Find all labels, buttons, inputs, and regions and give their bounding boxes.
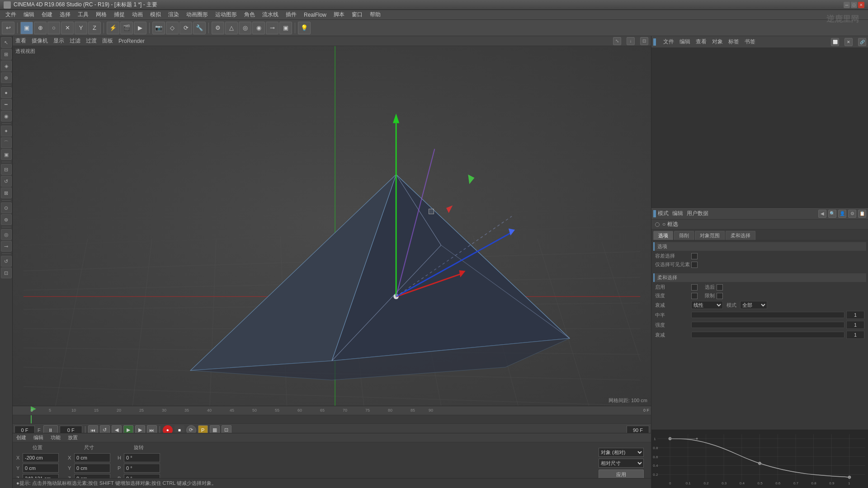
vh-camera[interactable]: 摄像机	[32, 37, 48, 45]
attr-edit-tab[interactable]: 编辑	[672, 210, 683, 217]
lt-morph[interactable]: ↺	[1, 256, 12, 267]
coord-input-x-size[interactable]	[74, 453, 110, 462]
attr-tab-options[interactable]: 选项	[653, 231, 673, 240]
menu-file[interactable]: 文件	[2, 10, 20, 19]
coord-input-x-pos[interactable]	[23, 453, 59, 462]
attr-check-strength[interactable]	[691, 293, 698, 299]
menu-realflow[interactable]: RealFlow	[300, 11, 330, 19]
menu-render[interactable]: 渲染	[165, 10, 183, 19]
scale-button[interactable]: ○	[47, 22, 60, 34]
lt-nurbs[interactable]: ⊛	[1, 214, 12, 225]
lt-edge-mode[interactable]: ━	[1, 99, 12, 110]
lt-scale[interactable]: ◈	[1, 61, 12, 71]
coord-input-p-rot[interactable]	[124, 464, 160, 473]
maximize-button[interactable]: □	[851, 2, 857, 8]
menu-plugins[interactable]: 插件	[282, 10, 300, 19]
lt-point-mode[interactable]: ●	[1, 87, 12, 98]
attr-slider-halfval[interactable]	[691, 312, 844, 318]
obj-toolbar-2[interactable]: ✕	[844, 38, 853, 46]
menu-create[interactable]: 创建	[38, 10, 56, 19]
camera-button[interactable]: 📷	[152, 22, 165, 34]
attr-select-falloff[interactable]: 线性	[691, 301, 723, 309]
coord-input-h-rot[interactable]	[124, 453, 160, 462]
menu-simulate[interactable]: 模拟	[146, 10, 165, 19]
coord-input-y-pos[interactable]	[23, 464, 59, 473]
coord-input-y-size[interactable]	[74, 464, 110, 473]
obj-toolbar-1[interactable]: ⬜	[831, 38, 839, 46]
sky-button[interactable]: ▣	[279, 22, 292, 34]
lt-material[interactable]: ◎	[1, 229, 12, 240]
attr-pin-btn[interactable]: 📋	[858, 210, 866, 218]
menu-motiongraph[interactable]: 运动图形	[212, 10, 241, 19]
close-button[interactable]: ✕	[858, 2, 864, 8]
lt-mirror[interactable]: ↺	[1, 176, 12, 187]
rotate-z-button[interactable]: Z	[88, 22, 101, 34]
attr-slider-strength[interactable]	[691, 322, 844, 328]
attr-tab-filter[interactable]: 筛削	[674, 231, 694, 240]
undo-button[interactable]: ↩	[2, 22, 14, 34]
attr-check-tolerance[interactable]	[691, 253, 698, 259]
move-button[interactable]: ⊕	[34, 22, 47, 34]
attr-select-mode[interactable]: 全部	[740, 301, 767, 309]
attr-slider-falloff[interactable]	[691, 332, 844, 338]
select-button[interactable]: ▣	[20, 22, 33, 34]
attr-num-falloff[interactable]	[846, 331, 864, 339]
vh-transition[interactable]: 过渡	[86, 37, 97, 45]
lt-extrude[interactable]: ▣	[1, 149, 12, 160]
vp-ctrl-move[interactable]: ⤡	[613, 37, 621, 45]
vh-display[interactable]: 显示	[53, 37, 64, 45]
oh-file[interactable]: 文件	[663, 38, 674, 46]
attr-check-after[interactable]	[717, 284, 723, 291]
vp-ctrl-down[interactable]: ↓	[627, 37, 635, 45]
attr-check-enable[interactable]	[691, 284, 698, 291]
attr-check-limit[interactable]	[717, 293, 723, 299]
menu-edit[interactable]: 编辑	[20, 10, 38, 19]
attr-search-btn[interactable]: 🔍	[828, 210, 836, 218]
lt-snap[interactable]: ⊟	[1, 164, 12, 175]
render-region-button[interactable]: ⚡	[107, 22, 119, 34]
coord-obj-dropdown[interactable]: 对象 (相对)	[599, 448, 644, 457]
obj-toolbar-3[interactable]: 🔗	[858, 38, 866, 46]
cube-button[interactable]: ⚙	[212, 22, 224, 34]
minimize-button[interactable]: ─	[844, 2, 850, 8]
render-button[interactable]: ▶	[134, 22, 146, 34]
oh-tag[interactable]: 标签	[728, 38, 739, 46]
menu-script[interactable]: 脚本	[330, 10, 348, 19]
attr-num-halfval[interactable]	[846, 311, 864, 319]
vh-panel[interactable]: 面板	[102, 37, 113, 45]
attr-tab-objrange[interactable]: 对象范围	[695, 231, 725, 240]
vp-ctrl-fullscreen[interactable]: ⊡	[640, 37, 648, 45]
menu-mograph[interactable]: 动画圈形	[183, 10, 212, 19]
attr-mode-tab[interactable]: 模式	[658, 210, 669, 217]
oh-view[interactable]: 查看	[696, 38, 707, 46]
oh-edit[interactable]: 编辑	[679, 38, 690, 46]
light-button[interactable]: ◇	[166, 22, 179, 34]
attr-userdata-tab[interactable]: 用户数据	[687, 210, 708, 217]
menu-window[interactable]: 窗口	[348, 10, 366, 19]
deformer-button[interactable]: 🔧	[193, 22, 206, 34]
attr-collapse-btn[interactable]: ◀	[818, 210, 826, 218]
menu-pipeline[interactable]: 流水线	[259, 10, 282, 19]
coords-tab-edit[interactable]: 编辑	[32, 433, 45, 442]
viewport-3d[interactable]: 透视视图	[13, 46, 651, 406]
render-to-po-button[interactable]: 🎬	[120, 22, 133, 34]
oh-bookmark[interactable]: 书签	[745, 38, 755, 46]
attr-tab-softsel[interactable]: 柔和选择	[726, 231, 755, 240]
lt-pose[interactable]: ⊡	[1, 267, 12, 278]
menu-animate[interactable]: 动画	[128, 10, 146, 19]
lt-knife[interactable]: ⌒	[1, 137, 12, 148]
coords-tab-place[interactable]: 放置	[66, 433, 80, 442]
lt-magnet[interactable]: ✦	[1, 126, 12, 136]
menu-select[interactable]: 选择	[56, 10, 74, 19]
cone-button[interactable]: ◉	[252, 22, 265, 34]
light-obj-button[interactable]: 💡	[298, 22, 311, 34]
lt-poly-mode[interactable]: ◉	[1, 111, 12, 122]
menu-character[interactable]: 角色	[241, 10, 259, 19]
oh-object[interactable]: 对象	[712, 38, 723, 46]
rotate-x-button[interactable]: ✕	[61, 22, 74, 34]
vh-view[interactable]: 查看	[15, 37, 26, 45]
menu-help[interactable]: 帮助	[366, 10, 384, 19]
lt-array[interactable]: ⊠	[1, 188, 12, 198]
coord-size-dropdown[interactable]: 相对尺寸	[599, 459, 644, 468]
lt-rotate[interactable]: ⊕	[1, 72, 12, 83]
